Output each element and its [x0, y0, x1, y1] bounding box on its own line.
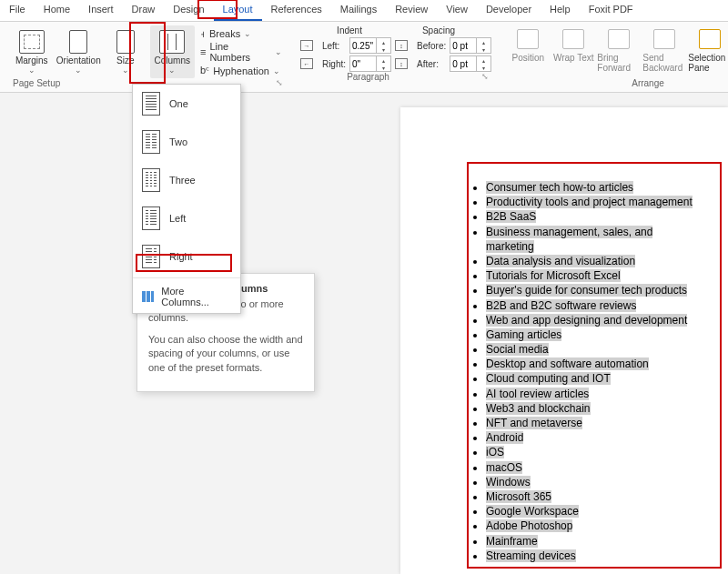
highlight-more-columns	[136, 254, 232, 272]
tab-mailings[interactable]: Mailings	[331, 0, 386, 21]
tab-help[interactable]: Help	[541, 0, 580, 21]
hyphenation-button[interactable]: bᶜ Hyphenation ⌄	[197, 64, 286, 77]
group-arrange: Position Wrap Text Bring Forward Send Ba…	[502, 25, 728, 88]
more-columns-icon	[142, 291, 154, 302]
group-label: Paragraph	[343, 72, 393, 82]
columns-two[interactable]: Two	[133, 123, 240, 161]
wrap-text-button[interactable]: Wrap Text	[551, 25, 595, 78]
chevron-down-icon: ⌄	[122, 65, 129, 75]
before-label: Before:	[417, 41, 446, 51]
tab-home[interactable]: Home	[35, 0, 79, 21]
breaks-button[interactable]: ⫞ Breaks ⌄	[197, 27, 286, 40]
group-label: Arrange	[628, 78, 668, 88]
spacing-after-icon: ↕	[395, 58, 408, 69]
selection-pane-button[interactable]: Selection Pane	[688, 25, 728, 78]
columns-dropdown: One Two Three Left Right More Columns...	[132, 84, 241, 314]
left-label: Left:	[322, 41, 346, 51]
columns-one[interactable]: One	[133, 85, 240, 123]
margins-icon	[19, 30, 45, 54]
tab-insert[interactable]: Insert	[79, 0, 123, 21]
tooltip-text-2: You can also choose the width and spacin…	[148, 333, 303, 375]
chevron-down-icon: ⌄	[75, 65, 82, 75]
tab-foxit[interactable]: Foxit PDF	[580, 0, 642, 21]
indent-right-input[interactable]: ▴▾	[349, 55, 391, 72]
highlight-columns-button	[129, 22, 166, 84]
tab-review[interactable]: Review	[386, 0, 437, 21]
spacing-before-icon: ↕	[395, 40, 408, 51]
highlight-document-list	[467, 162, 722, 569]
ribbon-tabs: File Home Insert Draw Design Layout Refe…	[0, 0, 728, 22]
tab-references[interactable]: References	[262, 0, 331, 21]
indent-right-icon: ←	[300, 58, 313, 69]
orientation-button[interactable]: Orientation⌄	[56, 25, 102, 78]
tab-draw[interactable]: Draw	[123, 0, 165, 21]
position-button[interactable]: Position	[506, 25, 550, 78]
after-label: After:	[417, 59, 446, 69]
bring-forward-icon	[608, 29, 630, 49]
right-label: Right:	[322, 59, 346, 69]
tab-developer[interactable]: Developer	[477, 0, 541, 21]
spacing-before-input[interactable]: ▴▾	[450, 37, 491, 54]
tab-view[interactable]: View	[437, 0, 477, 21]
wrap-text-icon	[562, 29, 584, 49]
spacing-after-input[interactable]: ▴▾	[450, 55, 491, 72]
columns-left[interactable]: Left	[133, 199, 240, 237]
position-icon	[517, 29, 539, 49]
margins-button[interactable]: Margins⌄	[9, 25, 55, 78]
line-numbers-button[interactable]: ≡ Line Numbers ⌄	[197, 40, 286, 64]
columns-three[interactable]: Three	[133, 161, 240, 199]
more-columns[interactable]: More Columns...	[133, 280, 240, 313]
orientation-icon	[69, 30, 87, 54]
group-label: Page Setup	[9, 78, 64, 88]
chevron-down-icon: ⌄	[28, 65, 35, 75]
selection-pane-icon	[699, 29, 721, 49]
group-paragraph: IndentSpacing →Left: ▴▾ ↕Before: ▴▾ ←Rig…	[297, 25, 495, 88]
chevron-down-icon: ⌄	[168, 65, 176, 75]
indent-left-input[interactable]: ▴▾	[349, 37, 391, 54]
send-backward-button[interactable]: Send Backward	[642, 25, 686, 78]
highlight-layout-tab	[197, 0, 238, 19]
bring-forward-button[interactable]: Bring Forward	[597, 25, 641, 78]
ribbon: Margins⌄ Orientation⌄ Size⌄ Columns⌄ ⫞ B…	[0, 22, 728, 93]
indent-left-icon: →	[300, 40, 313, 51]
dialog-launcher-icon[interactable]: ⤡	[273, 78, 286, 88]
tab-file[interactable]: File	[0, 0, 35, 21]
dialog-launcher-icon[interactable]: ⤡	[479, 72, 491, 82]
send-backward-icon	[653, 29, 675, 49]
